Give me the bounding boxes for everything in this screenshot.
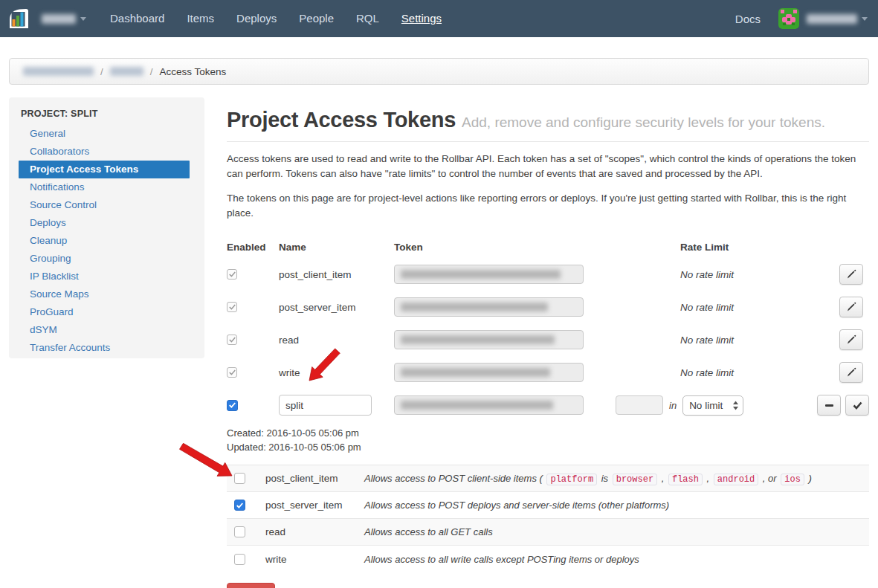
sidebar-item-project-access-tokens[interactable]: Project Access Tokens <box>19 161 190 178</box>
pencil-icon <box>846 269 856 280</box>
user-menu[interactable] <box>807 14 868 24</box>
redacted-token <box>401 335 555 344</box>
scope-description: Allows access to POST client-side items … <box>364 473 869 485</box>
scope-row-post-client-item: post_client_item Allows access to POST c… <box>227 465 869 492</box>
scope-checkbox[interactable] <box>234 554 245 565</box>
scopes-list: post_client_item Allows access to POST c… <box>227 465 869 572</box>
intro-paragraph: Access tokens are used to read and write… <box>227 152 869 181</box>
edit-token-button[interactable] <box>839 297 863 317</box>
enabled-checkbox[interactable] <box>227 400 238 411</box>
breadcrumb: / / Access Tokens <box>9 58 869 85</box>
user-avatar[interactable] <box>778 8 799 29</box>
scope-checkbox[interactable] <box>234 473 245 484</box>
nav-items[interactable]: Items <box>187 12 214 25</box>
redacted-token <box>401 270 561 279</box>
sidebar-item-transfer-accounts[interactable]: Transfer Accounts <box>9 339 204 357</box>
nav-right: Docs <box>735 8 868 29</box>
code-badge: ios <box>781 474 804 485</box>
nav-people[interactable]: People <box>299 12 334 25</box>
token-meta: Created: 2016-10-05 05:06 pm Updated: 20… <box>227 426 869 454</box>
breadcrumb-separator: / <box>100 66 103 77</box>
page-subtitle: Add, remove and configure security level… <box>462 114 825 130</box>
sidebar-item-proguard[interactable]: ProGuard <box>9 303 204 321</box>
scope-description: Allows access to POST deploys and server… <box>364 500 869 511</box>
col-rate-limit: Rate Limit <box>680 242 839 253</box>
scope-name: read <box>265 526 364 537</box>
nav-links: Dashboard Items Deploys People RQL Setti… <box>110 12 464 25</box>
in-label: in <box>669 400 677 411</box>
col-name: Name <box>279 242 394 253</box>
scope-row-write: write Allows access to all write calls e… <box>227 546 869 572</box>
sidebar-item-notifications[interactable]: Notifications <box>9 178 204 196</box>
save-token-button[interactable] <box>845 395 869 416</box>
sidebar-item-source-maps[interactable]: Source Maps <box>9 285 204 303</box>
intro-text: Access tokens are used to read and write… <box>227 152 869 221</box>
code-badge: platform <box>546 474 597 485</box>
redacted-project-crumb[interactable] <box>110 67 143 76</box>
edit-token-button[interactable] <box>839 362 863 383</box>
page: Dashboard Items Deploys People RQL Setti… <box>0 0 878 588</box>
enabled-checkbox <box>227 335 237 345</box>
token-name-input[interactable] <box>279 395 372 416</box>
enabled-checkbox <box>227 302 237 312</box>
sidebar-item-grouping[interactable]: Grouping <box>9 250 204 268</box>
enabled-checkbox <box>227 367 237 378</box>
divider <box>227 141 869 142</box>
check-icon <box>853 401 862 410</box>
caret-down-icon <box>80 17 86 21</box>
scope-row-post-server-item: post_server_item Allows access to POST d… <box>227 492 869 519</box>
caret-down-icon <box>862 17 868 21</box>
nav-deploys[interactable]: Deploys <box>236 12 277 25</box>
scope-name: write <box>265 554 364 565</box>
rate-limit-input[interactable] <box>616 395 663 415</box>
breadcrumb-separator: / <box>150 66 153 77</box>
pencil-icon <box>846 335 856 345</box>
sidebar-item-deploys[interactable]: Deploys <box>9 214 204 232</box>
edit-token-button[interactable] <box>839 329 863 350</box>
token-value-field <box>394 363 584 382</box>
nav-docs[interactable]: Docs <box>735 13 761 25</box>
token-row: post_server_item No rate limit <box>227 291 869 323</box>
token-value-field <box>394 330 584 349</box>
breadcrumb-current: Access Tokens <box>160 66 227 77</box>
project-switcher[interactable] <box>42 14 86 24</box>
sidebar-item-general[interactable]: General <box>9 125 204 143</box>
token-name: read <box>279 335 394 346</box>
created-at: Created: 2016-10-05 05:06 pm <box>227 426 869 440</box>
scope-description: Allows access to all write calls except … <box>364 554 869 565</box>
token-row: read No rate limit <box>227 323 869 356</box>
edit-token-button[interactable] <box>839 264 863 285</box>
content: PROJECT: SPLIT General Collaborators Pro… <box>0 97 878 588</box>
redacted-account-crumb[interactable] <box>23 67 94 76</box>
redacted-token <box>401 303 548 311</box>
scope-name: post_client_item <box>265 473 364 484</box>
token-row: post_client_item No rate limit <box>227 258 869 291</box>
sidebar-item-collaborators[interactable]: Collaborators <box>9 143 204 161</box>
nav-rql[interactable]: RQL <box>356 12 379 25</box>
rollbar-logo-icon[interactable] <box>7 7 30 30</box>
sidebar-item-ip-blacklist[interactable]: IP Blacklist <box>9 268 204 285</box>
check-icon <box>229 402 236 408</box>
nav-settings[interactable]: Settings <box>401 12 442 25</box>
token-name: write <box>279 367 394 378</box>
pencil-icon <box>846 367 856 378</box>
new-token-row: in No limit <box>227 389 869 421</box>
sidebar-item-cleanup[interactable]: Cleanup <box>9 232 204 250</box>
scope-name: post_server_item <box>265 500 364 511</box>
redacted-token <box>401 368 550 377</box>
delete-button[interactable]: Delete <box>227 583 275 588</box>
token-row: write No rate limit <box>227 356 869 389</box>
scope-checkbox[interactable] <box>234 500 245 511</box>
scope-checkbox[interactable] <box>234 526 245 537</box>
page-title: Project Access TokensAdd, remove and con… <box>227 108 869 132</box>
sidebar-item-source-control[interactable]: Source Control <box>9 196 204 214</box>
remove-token-button[interactable] <box>817 395 841 416</box>
rate-limit-unit-select[interactable]: No limit <box>682 395 743 416</box>
updated-at: Updated: 2016-10-05 05:06 pm <box>227 440 869 454</box>
nav-dashboard[interactable]: Dashboard <box>110 12 164 25</box>
scope-description: Allows access to all GET calls <box>364 526 869 537</box>
minus-icon <box>825 404 833 407</box>
code-badge: flash <box>668 474 703 485</box>
sidebar-heading: PROJECT: SPLIT <box>9 109 204 119</box>
sidebar-item-dsym[interactable]: dSYM <box>9 321 204 339</box>
